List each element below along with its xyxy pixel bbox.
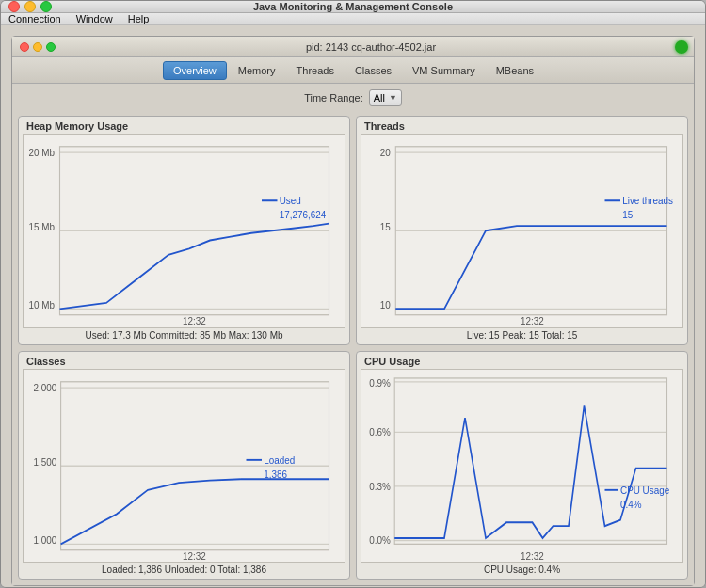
tab-overview[interactable]: Overview xyxy=(163,61,227,80)
svg-text:12:32: 12:32 xyxy=(521,549,544,562)
inner-maximize-button[interactable] xyxy=(46,42,56,52)
svg-rect-41 xyxy=(394,377,666,543)
svg-text:Loaded: Loaded xyxy=(264,453,295,465)
menu-bar: Connection Window Help xyxy=(1,13,705,25)
title-bar: Java Monitoring & Management Console xyxy=(1,1,705,13)
svg-text:10 Mb: 10 Mb xyxy=(29,299,56,311)
menu-connection[interactable]: Connection xyxy=(8,13,61,24)
heap-memory-chart-panel: Heap Memory Usage 20 Mb 15 Mb 10 Mb xyxy=(18,116,350,345)
svg-text:15 Mb: 15 Mb xyxy=(29,221,56,233)
svg-text:20: 20 xyxy=(380,146,391,158)
tab-vm-summary[interactable]: VM Summary xyxy=(403,61,485,80)
svg-text:20 Mb: 20 Mb xyxy=(29,146,56,158)
svg-text:15: 15 xyxy=(622,209,633,221)
classes-footer: Loaded: 1,386 Unloaded: 0 Total: 1,386 xyxy=(23,563,345,575)
tab-threads[interactable]: Threads xyxy=(287,61,344,80)
svg-text:0.4%: 0.4% xyxy=(620,498,642,510)
threads-chart-area: 20 15 10 Live threads 15 xyxy=(361,134,683,328)
window-title: Java Monitoring & Management Console xyxy=(253,1,453,12)
maximize-button[interactable] xyxy=(40,1,52,12)
minimize-button[interactable] xyxy=(24,1,36,12)
time-range-bar: Time Range: All ▼ xyxy=(12,84,694,112)
inner-title-bar: pid: 2143 cq-author-4502.jar xyxy=(12,37,694,57)
heap-memory-footer: Used: 17.3 Mb Committed: 85 Mb Max: 130 … xyxy=(23,328,345,341)
classes-title: Classes xyxy=(23,356,345,367)
svg-text:1,000: 1,000 xyxy=(33,533,56,546)
svg-text:1,500: 1,500 xyxy=(33,455,56,468)
svg-text:0.9%: 0.9% xyxy=(369,376,391,389)
inner-traffic-lights xyxy=(20,42,56,52)
cpu-footer: CPU Usage: 0.4% xyxy=(361,563,683,575)
svg-text:2,000: 2,000 xyxy=(33,381,56,393)
pid-label: pid: 2143 cq-author-4502.jar xyxy=(306,41,436,53)
time-range-label: Time Range: xyxy=(304,92,363,103)
svg-text:12:32: 12:32 xyxy=(183,549,206,562)
svg-text:Live threads: Live threads xyxy=(622,194,673,206)
heap-memory-chart-area: 20 Mb 15 Mb 10 Mb xyxy=(23,134,345,328)
charts-container: Heap Memory Usage 20 Mb 15 Mb 10 Mb xyxy=(12,112,694,585)
tab-mbeans[interactable]: MBeans xyxy=(487,61,543,80)
svg-text:12:32: 12:32 xyxy=(521,314,544,326)
svg-text:0.0%: 0.0% xyxy=(369,533,391,546)
cpu-title: CPU Usage xyxy=(361,356,683,367)
app-window: Java Monitoring & Management Console Con… xyxy=(0,0,706,588)
menu-window[interactable]: Window xyxy=(76,13,113,24)
svg-text:10: 10 xyxy=(380,299,391,311)
svg-text:Used: Used xyxy=(280,194,301,206)
connectivity-indicator xyxy=(675,40,688,54)
svg-text:1,386: 1,386 xyxy=(264,468,287,480)
tabs-bar: Overview Memory Threads Classes VM Summa… xyxy=(12,57,694,84)
dropdown-arrow-icon: ▼ xyxy=(389,93,397,103)
svg-text:15: 15 xyxy=(380,221,391,233)
cpu-chart-panel: CPU Usage 0.9% 0.6% 0.3% 0.0% xyxy=(356,351,688,580)
classes-chart-panel: Classes 2,000 1,500 1,000 xyxy=(18,351,350,580)
inner-close-button[interactable] xyxy=(20,42,29,52)
svg-text:17,276,624: 17,276,624 xyxy=(280,209,327,221)
time-range-select[interactable]: All ▼ xyxy=(369,89,402,106)
svg-text:0.6%: 0.6% xyxy=(369,425,391,437)
tab-classes[interactable]: Classes xyxy=(345,61,401,80)
heap-memory-title: Heap Memory Usage xyxy=(23,120,345,132)
classes-chart-area: 2,000 1,500 1,000 Loaded 1,386 xyxy=(23,369,345,564)
svg-text:CPU Usage: CPU Usage xyxy=(620,483,669,495)
svg-text:0.3%: 0.3% xyxy=(369,480,391,492)
cpu-chart-area: 0.9% 0.6% 0.3% 0.0% CPU xyxy=(361,369,683,564)
inner-window: pid: 2143 cq-author-4502.jar Overview Me… xyxy=(11,36,695,586)
threads-footer: Live: 15 Peak: 15 Total: 15 xyxy=(361,328,683,341)
threads-title: Threads xyxy=(361,120,683,132)
traffic-lights xyxy=(8,1,52,12)
tab-memory[interactable]: Memory xyxy=(229,61,285,80)
inner-minimize-button[interactable] xyxy=(33,42,42,52)
svg-text:12:32: 12:32 xyxy=(183,314,206,326)
time-range-value: All xyxy=(374,92,385,103)
threads-chart-panel: Threads 20 15 10 xyxy=(356,116,688,345)
close-button[interactable] xyxy=(8,1,20,12)
menu-help[interactable]: Help xyxy=(128,13,150,24)
